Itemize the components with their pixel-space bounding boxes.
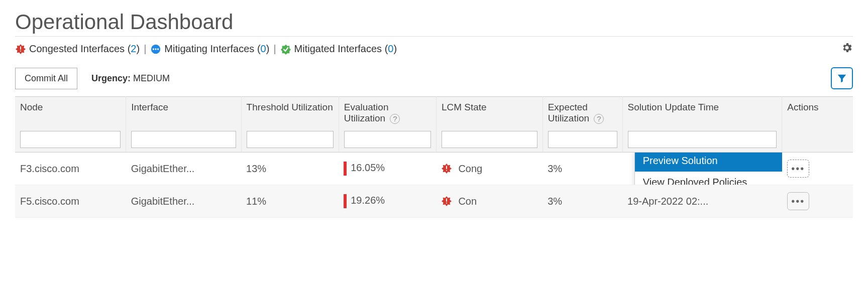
status-summary: Congested Interfaces (2) | Mitigating In… xyxy=(15,42,853,56)
col-expected: Expected Utilization xyxy=(548,102,589,123)
cell-expected: 3% xyxy=(542,185,622,218)
mitigating-label: Mitigating Interfaces xyxy=(164,43,254,55)
mitigated-count: 0 xyxy=(388,43,393,54)
congested-icon xyxy=(15,44,26,55)
cell-solution-time: 19-Apr-2022 02:... xyxy=(622,185,782,218)
svg-point-5 xyxy=(155,48,157,50)
svg-rect-13 xyxy=(446,203,447,204)
svg-point-4 xyxy=(153,48,154,50)
commit-all-button[interactable]: Commit All xyxy=(15,68,77,89)
actions-menu: Preview Solution View Deployed Policies xyxy=(634,153,782,185)
congested-count: 2 xyxy=(131,43,136,54)
cell-evaluation: 19.26% xyxy=(339,185,436,218)
row-actions-button[interactable]: ••• xyxy=(787,160,809,178)
help-icon[interactable]: ? xyxy=(594,114,604,124)
cell-threshold: 11% xyxy=(241,185,339,218)
filter-expected[interactable] xyxy=(548,131,617,148)
severity-bar-icon xyxy=(344,162,347,176)
interfaces-table: Node Interface Threshold Utilization Eva… xyxy=(15,96,853,218)
cell-evaluation: 16.05% xyxy=(339,153,436,185)
cell-interface: GigabitEther... xyxy=(126,185,241,218)
svg-rect-10 xyxy=(446,170,447,171)
congested-label: Congested Interfaces xyxy=(29,43,125,55)
menu-view-deployed-policies[interactable]: View Deployed Policies xyxy=(635,172,782,185)
urgency-label: Urgency: xyxy=(91,73,131,83)
svg-rect-12 xyxy=(446,199,447,202)
col-node: Node xyxy=(20,102,121,129)
controls-row: Commit All Urgency: MEDIUM xyxy=(15,67,853,89)
mitigating-count: 0 xyxy=(261,43,266,54)
help-icon[interactable]: ? xyxy=(390,114,400,124)
filter-button[interactable] xyxy=(831,67,853,89)
cell-interface: GigabitEther... xyxy=(126,153,241,185)
col-lcm-state: LCM State xyxy=(442,102,537,129)
filter-evaluation[interactable] xyxy=(344,131,431,148)
cell-lcm-state: Cong xyxy=(441,163,537,175)
row-actions-button[interactable]: ••• xyxy=(787,192,809,210)
urgency-value: MEDIUM xyxy=(133,73,170,83)
severity-bar-icon xyxy=(344,194,347,208)
table-header-row: Node Interface Threshold Utilization Eva… xyxy=(15,97,853,153)
cell-node: F3.cisco.com xyxy=(15,153,126,185)
filter-lcm-state[interactable] xyxy=(442,131,537,148)
cell-node: F5.cisco.com xyxy=(15,185,126,218)
mitigating-icon xyxy=(150,44,161,55)
mitigated-icon xyxy=(280,44,291,55)
page-title: Operational Dashboard xyxy=(15,10,853,37)
cell-threshold: 13% xyxy=(241,153,339,185)
filter-interface[interactable] xyxy=(131,131,236,148)
col-actions: Actions xyxy=(787,102,848,129)
col-evaluation: Evaluation Utilization xyxy=(344,102,389,123)
svg-rect-9 xyxy=(446,166,447,169)
filter-node[interactable] xyxy=(20,131,121,148)
svg-point-6 xyxy=(157,48,159,50)
col-threshold: Threshold Utilization xyxy=(247,102,334,129)
menu-preview-solution[interactable]: Preview Solution xyxy=(635,153,782,172)
filter-threshold[interactable] xyxy=(247,131,334,148)
cell-lcm-state: Con xyxy=(441,196,537,207)
congested-icon xyxy=(441,196,452,207)
svg-rect-1 xyxy=(20,46,21,49)
filter-solution-time[interactable] xyxy=(628,131,777,148)
table-row: F5.cisco.com GigabitEther... 11% 19.26% … xyxy=(15,185,853,218)
mitigated-label: Mitigated Interfaces xyxy=(294,43,382,55)
svg-rect-2 xyxy=(20,50,21,51)
congested-icon xyxy=(441,163,452,174)
urgency: Urgency: MEDIUM xyxy=(91,73,170,84)
settings-button[interactable] xyxy=(841,42,853,56)
col-solution-time: Solution Update Time xyxy=(628,102,777,129)
cell-actions: ••• xyxy=(782,185,853,218)
cell-solution-time: Preview Solution View Deployed Policies xyxy=(622,153,782,185)
cell-expected: 3% xyxy=(542,153,622,185)
cell-actions: ••• xyxy=(782,153,853,185)
table-row: F3.cisco.com GigabitEther... 13% 16.05% … xyxy=(15,153,853,185)
col-interface: Interface xyxy=(131,102,236,129)
